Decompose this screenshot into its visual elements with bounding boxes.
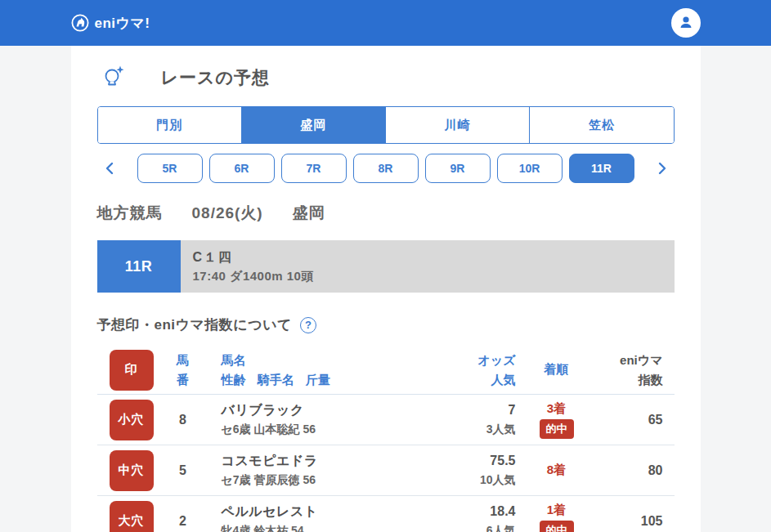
odds-value: 7 [410, 401, 516, 419]
table-header-row: 印 馬 番 馬名 性齢 騎手名 斤量 オッズ 人気 着順 eniウマ 指数 [97, 346, 675, 395]
track-tabs: 門別 盛岡 川崎 笠松 [97, 106, 675, 144]
crystal-ball-icon [102, 64, 127, 92]
finish-rank: 1着 [547, 503, 566, 518]
page-title: レースの予想 [161, 66, 270, 89]
race-button-7r[interactable]: 7R [281, 154, 347, 183]
prediction-mark-badge: 小穴 [110, 400, 154, 440]
section-title: レースの予想 [102, 64, 675, 92]
header-index: eniウマ 指数 [598, 351, 663, 389]
popularity: 3人気 [410, 422, 516, 438]
tab-kawasaki[interactable]: 川崎 [385, 107, 529, 143]
about-line: 予想印・eniウマ指数について ? [97, 315, 675, 334]
app-header: eniウマ! [0, 0, 771, 46]
chevron-right-icon[interactable] [650, 154, 675, 183]
prediction-mark-badge: 中穴 [110, 450, 154, 491]
header-result: 着順 [516, 362, 598, 378]
race-button-9r[interactable]: 9R [425, 154, 491, 183]
meta-track: 盛岡 [293, 203, 325, 224]
header-odds: オッズ 人気 [410, 351, 516, 389]
race-number-badge: 11R [97, 240, 181, 293]
person-icon [677, 13, 695, 34]
prediction-mark-badge: 大穴 [110, 501, 154, 532]
mark-header-badge: 印 [110, 350, 154, 391]
tab-monbetsu[interactable]: 門別 [98, 107, 241, 143]
race-button-group: 5R 6R 7R 8R 9R 10R 11R [122, 154, 650, 183]
race-selector: 5R 6R 7R 8R 9R 10R 11R [97, 154, 675, 183]
tab-morioka[interactable]: 盛岡 [241, 107, 385, 143]
eniuma-index: 105 [598, 514, 663, 529]
header-mark: 印 [97, 350, 155, 391]
race-meta: 地方競馬 08/26(火) 盛岡 [97, 203, 675, 224]
horse-number: 5 [155, 463, 212, 478]
odds-value: 75.5 [410, 452, 516, 470]
finish-rank: 3着 [547, 401, 566, 417]
race-details: 17:40 ダ1400m 10頭 [193, 269, 675, 284]
header-horse: 馬名 性齢 騎手名 斤量 [212, 351, 410, 389]
table-row[interactable]: 中穴 5 コスモピエドラ セ7歳 菅原辰徳 56 75.5 10人気 8着 80 [97, 445, 675, 496]
race-button-8r[interactable]: 8R [353, 154, 419, 183]
prediction-table: 印 馬 番 馬名 性齢 騎手名 斤量 オッズ 人気 着順 eniウマ 指数 [97, 346, 675, 532]
race-info-banner: 11R C１四 17:40 ダ1400m 10頭 [97, 240, 675, 293]
tab-kasamatsu[interactable]: 笠松 [529, 107, 673, 143]
hit-badge: 的中 [540, 521, 574, 532]
horse-number: 2 [155, 514, 212, 529]
hit-badge: 的中 [540, 419, 574, 439]
meta-date: 08/26(火) [192, 203, 263, 224]
horse-detail: セ7歳 菅原辰徳 56 [222, 473, 410, 488]
horse-logo-icon [71, 14, 89, 32]
popularity: 6人気 [410, 523, 516, 532]
about-label: 予想印・eniウマ指数について [97, 315, 292, 334]
table-row[interactable]: 大穴 2 ペルルセレスト 牝4歳 鈴木祐 54 18.4 6人気 1着 的中 1… [97, 496, 675, 532]
race-button-5r[interactable]: 5R [137, 154, 203, 183]
eniuma-index: 65 [598, 413, 663, 427]
app-logo[interactable]: eniウマ! [71, 14, 150, 33]
horse-detail: セ6歳 山本聡紀 56 [222, 422, 410, 437]
user-avatar-button[interactable] [671, 8, 701, 38]
popularity: 10人気 [410, 472, 516, 489]
header-number: 馬 番 [155, 351, 212, 389]
horse-detail: 牝4歳 鈴木祐 54 [222, 524, 410, 532]
table-row[interactable]: 小穴 8 バリブラック セ6歳 山本聡紀 56 7 3人気 3着 的中 65 [97, 395, 675, 445]
horse-name: バリブラック [222, 402, 410, 419]
odds-value: 18.4 [410, 503, 516, 521]
race-button-10r[interactable]: 10R [497, 154, 563, 183]
race-button-11r[interactable]: 11R [569, 154, 634, 183]
question-icon[interactable]: ? [300, 317, 316, 333]
main-content: レースの予想 門別 盛岡 川崎 笠松 5R 6R 7R 8R 9R 10R 11… [71, 46, 701, 532]
chevron-left-icon[interactable] [97, 154, 122, 183]
race-button-6r[interactable]: 6R [209, 154, 275, 183]
race-class: C１四 [193, 249, 675, 266]
race-info-body: C１四 17:40 ダ1400m 10頭 [181, 240, 675, 293]
meta-category: 地方競馬 [97, 203, 163, 224]
logo-text: eniウマ! [95, 14, 150, 33]
eniuma-index: 80 [598, 463, 663, 478]
horse-number: 8 [155, 413, 212, 427]
horse-name: コスモピエドラ [222, 453, 410, 470]
finish-rank: 8着 [547, 463, 566, 478]
horse-name: ペルルセレスト [222, 503, 410, 521]
